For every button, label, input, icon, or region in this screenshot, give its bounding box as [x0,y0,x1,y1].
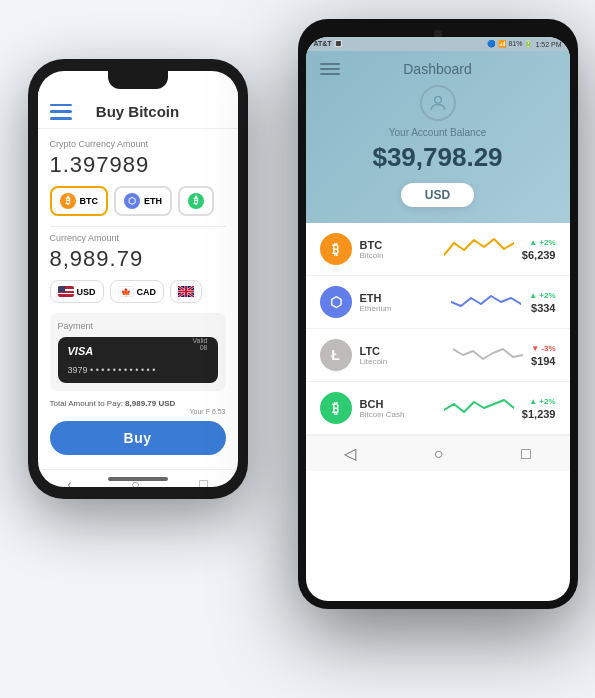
eth-button[interactable]: ⬡ ETH [114,186,172,216]
crypto-list-item[interactable]: ⬡ ETH Etherium ▲ +2% $334 [306,276,570,329]
recent-nav-icon[interactable]: □ [199,476,207,487]
total-value: 8,989.79 USD [125,399,175,408]
crypto-amount-value: 1.397989 [50,152,226,178]
crypto-info-bch: BCH Bitcoin Cash [360,398,436,419]
price-value: $194 [531,355,555,367]
us-flag [58,286,74,297]
crypto-list-item[interactable]: ₿ BCH Bitcoin Cash ▲ +2% $1,239 [306,382,570,435]
card-valid: Valid 08 [192,337,207,351]
status-right: 🔵 📶 81% 🔋 1:52 PM [487,40,562,48]
divider [50,226,226,227]
price-chart-ltc [453,341,523,369]
dashboard-title: Dashboard [320,61,556,77]
price-change: ▼ -3% [531,344,555,353]
fee-value: 6.53 [212,408,226,415]
price-value: $1,239 [522,408,556,420]
crypto-price-area: ▲ +2% $334 [529,291,555,314]
card-number: 3979 • • • • • • • • • • • • [68,365,208,375]
crypto-info-eth: ETH Etherium [360,292,444,313]
visa-card: VISA Valid 08 3979 • • • • • • • • • • •… [58,337,218,383]
home-android-icon[interactable]: ○ [434,445,444,463]
crypto-fullname: Bitcoin [360,251,436,260]
home-bar [108,477,168,481]
visa-logo: VISA [68,345,94,357]
crypto-amount-label: Crypto Currency Amount [50,139,226,149]
price-change: ▲ +2% [522,238,556,247]
right-screen: AT&T 🔳 🔵 📶 81% 🔋 1:52 PM Dashboard [306,37,570,601]
total-section: Total Amount to Pay: 8,989.79 USD Your F… [50,399,226,415]
coin-icon-eth: ⬡ [320,286,352,318]
menu-icon[interactable] [50,104,72,120]
crypto-fullname: Bitcoin Cash [360,410,436,419]
crypto-symbol: BTC [360,239,436,251]
coin-icon-ltc: Ł [320,339,352,371]
carrier: AT&T 🔳 [314,40,343,48]
total-label: Total Amount to Pay: 8,989.79 USD [50,399,226,408]
price-value: $334 [529,302,555,314]
gbp-button[interactable] [170,280,202,303]
bch-button[interactable]: ₿ [178,186,214,216]
crypto-currency-selector: ₿ BTC ⬡ ETH ₿ [50,186,226,216]
left-screen: Buy Bitcoin Crypto Currency Amount 1.397… [38,71,238,487]
crypto-symbol: ETH [360,292,444,304]
svg-point-1 [434,96,441,103]
left-header: Buy Bitcoin [38,89,238,129]
payment-label: Payment [58,321,218,331]
user-icon [428,93,448,113]
phones-container: Buy Bitcoin Crypto Currency Amount 1.397… [18,19,578,679]
eth-label: ETH [144,196,162,206]
dashboard-header: Dashboard Your Account Balance $39,798.2… [306,51,570,223]
price-chart-btc [444,235,514,263]
btc-icon: ₿ [60,193,76,209]
btc-button[interactable]: ₿ BTC [50,186,109,216]
bch-icon: ₿ [188,193,204,209]
crypto-price-area: ▲ +2% $6,239 [522,238,556,261]
cad-button[interactable]: CAD [110,280,165,303]
crypto-price-area: ▼ -3% $194 [531,344,555,367]
crypto-symbol: BCH [360,398,436,410]
uk-flag [178,286,194,297]
price-chart-bch [444,394,514,422]
recent-android-icon[interactable]: □ [521,445,531,463]
coin-icon-bch: ₿ [320,392,352,424]
android-nav: ◁ ○ □ [306,435,570,471]
left-phone: Buy Bitcoin Crypto Currency Amount 1.397… [28,59,248,499]
price-change: ▲ +2% [522,397,556,406]
cad-label: CAD [137,287,157,297]
crypto-list-item[interactable]: ₿ BTC Bitcoin ▲ +2% $6,239 [306,223,570,276]
payment-section: Payment VISA Valid 08 3979 • • • • • • •… [50,313,226,391]
fee-row: Your F 6.53 [50,408,226,415]
price-chart-eth [451,288,521,316]
usd-button[interactable]: USD [50,280,104,303]
price-change: ▲ +2% [529,291,555,300]
back-android-icon[interactable]: ◁ [344,444,356,463]
crypto-fullname: Litecoin [360,357,446,366]
buy-button[interactable]: Buy [50,421,226,455]
crypto-fullname: Etherium [360,304,444,313]
valid-date: 08 [200,344,208,351]
balance-label: Your Account Balance [320,127,556,138]
back-nav-icon[interactable]: ‹ [67,476,72,487]
crypto-symbol: LTC [360,345,446,357]
coin-icon-btc: ₿ [320,233,352,265]
eth-icon: ⬡ [124,193,140,209]
left-content: Crypto Currency Amount 1.397989 ₿ BTC ⬡ … [38,129,238,465]
fiat-currency-selector: USD CAD [50,280,226,303]
status-bar: AT&T 🔳 🔵 📶 81% 🔋 1:52 PM [306,37,570,51]
usd-label: USD [77,287,96,297]
crypto-list-item[interactable]: Ł LTC Litecoin ▼ -3% $194 [306,329,570,382]
dashboard-menu-icon[interactable] [320,63,340,75]
balance-amount: $39,798.29 [320,142,556,173]
notch [108,71,168,89]
fiat-amount-label: Currency Amount [50,233,226,243]
account-avatar [420,85,456,121]
currency-pill[interactable]: USD [401,183,474,207]
right-phone: AT&T 🔳 🔵 📶 81% 🔋 1:52 PM Dashboard [298,19,578,609]
btc-label: BTC [80,196,99,206]
page-title: Buy Bitcoin [72,103,204,120]
crypto-info-btc: BTC Bitcoin [360,239,436,260]
crypto-list: ₿ BTC Bitcoin ▲ +2% $6,239 ⬡ ETH Etheriu… [306,223,570,435]
fiat-amount-value: 8,989.79 [50,246,226,272]
price-value: $6,239 [522,249,556,261]
crypto-info-ltc: LTC Litecoin [360,345,446,366]
